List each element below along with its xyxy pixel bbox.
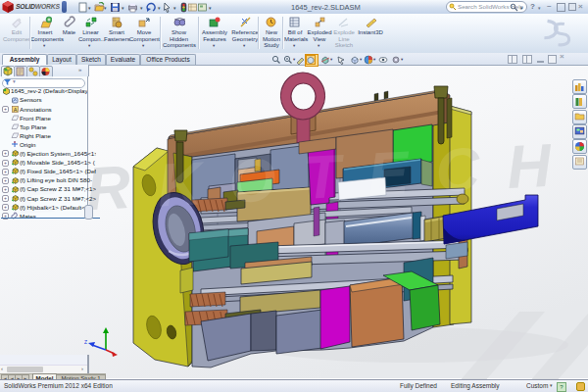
svg-text:A: A (14, 106, 18, 112)
svg-text:Z: Z (84, 339, 87, 345)
